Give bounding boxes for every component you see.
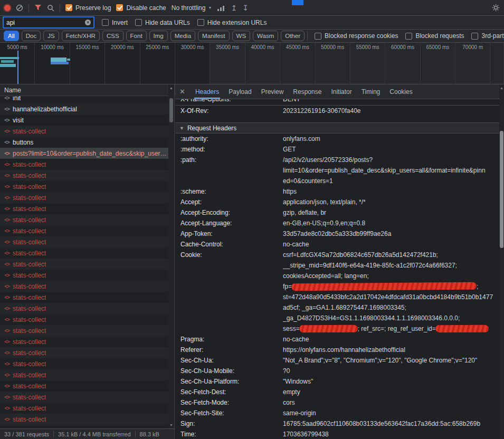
type-filter-other[interactable]: Other [281,31,305,41]
type-filter-ws[interactable]: WS [232,31,251,41]
name-column-header[interactable]: Name [0,84,175,96]
checkbox-blocked-response-cookies[interactable]: Blocked response cookies [315,32,398,40]
type-filter-img[interactable]: Img [149,31,168,41]
scrollbar-thumb[interactable] [500,131,503,248]
request-name: stats-collect [13,183,46,190]
checkbox-unchecked-icon [315,33,321,40]
request-headers-section-header[interactable]: ▼ Request Headers [175,122,499,133]
timeline-column[interactable]: 45000 ms [280,43,315,84]
type-filter-all[interactable]: All [4,31,19,41]
type-filter-media[interactable]: Media [170,31,195,41]
request-row[interactable]: <>stats-collect [0,325,168,336]
request-row[interactable]: <>stats-collect [0,358,168,369]
scroll-down-icon[interactable]: ▼ [168,423,174,427]
request-row[interactable]: <>stats-collect [0,259,168,270]
request-row[interactable]: <>stats-collect [0,214,168,225]
request-row[interactable]: <>stats-collect [0,203,168,214]
request-row[interactable]: <>stats-collect [0,414,168,425]
timeline-column[interactable]: 30000 ms [175,43,210,84]
scroll-up-icon[interactable]: ▲ [499,86,504,90]
script-file-icon: <> [4,328,9,333]
request-row[interactable]: <>stats-collect [0,126,168,137]
timeline-column[interactable]: 35000 ms [210,43,245,84]
tab-response[interactable]: Response [288,84,326,99]
tab-headers[interactable]: Headers [191,84,224,99]
request-row[interactable]: <>stats-collect [0,314,168,325]
request-row[interactable]: <>stats-collect [0,380,168,392]
checkbox-blocked-requests[interactable]: Blocked requests [405,32,464,40]
clear-filter-icon[interactable]: ✕ [85,20,91,25]
request-row[interactable]: <>buttons [0,137,168,148]
timeline-column[interactable]: 10000 ms [35,43,70,84]
tab-cookies[interactable]: Cookies [385,84,417,99]
request-row[interactable]: <>stats-collect [0,236,168,247]
tab-payload[interactable]: Payload [224,84,256,99]
scrollbar-thumb[interactable] [169,98,173,122]
disable-cache-checkbox[interactable]: Disable cache [116,4,166,12]
hide-extension-urls-checkbox[interactable]: Hide extension URLs [197,19,267,26]
timeline-tick-label: 25000 ms [140,44,175,50]
type-filter-fetch-xhr[interactable]: Fetch/XHR [62,31,100,41]
request-row[interactable]: <>stats-collect [0,336,168,347]
filter-icon[interactable] [34,4,42,11]
timeline-grid[interactable]: 5000 ms10000 ms15000 ms20000 ms25000 ms3… [0,43,504,84]
type-filter-font[interactable]: Font [126,31,147,41]
tab-timing[interactable]: Timing [357,84,385,99]
timeline-column[interactable]: 55000 ms [350,43,385,84]
scroll-up-icon[interactable]: ▲ [168,86,174,90]
request-row[interactable]: <>hannahelizabethofficial [0,103,168,114]
request-row[interactable]: <>init [0,96,168,103]
timeline-column[interactable]: 15000 ms [70,43,105,84]
request-row[interactable]: <>stats-collect [0,303,168,314]
tab-preview[interactable]: Preview [256,84,289,99]
invert-label: Invert [112,19,128,26]
request-row[interactable]: <>visit [0,114,168,126]
timeline-column[interactable] [490,43,504,84]
preserve-log-checkbox[interactable]: Preserve log [65,4,111,12]
type-filter-manifest[interactable]: Manifest [198,31,229,41]
timeline-column[interactable]: 50000 ms [316,43,350,84]
import-har-icon[interactable]: ↥ [231,4,237,12]
close-icon[interactable]: ✕ [179,88,185,96]
export-har-icon[interactable]: ↧ [242,4,249,12]
checkbox-3rd-party-requests[interactable]: 3rd-party requests [471,32,504,40]
record-icon[interactable] [4,5,11,11]
request-row[interactable]: <>stats-collect [0,369,168,380]
tab-initiator[interactable]: Initiator [326,84,356,99]
request-row[interactable]: <>stats-collect [0,170,168,181]
timeline-column[interactable]: 25000 ms [140,43,175,84]
request-list-scrollbar[interactable]: ▲ ▼ [168,84,175,428]
settings-gear-icon[interactable] [492,4,500,12]
search-icon[interactable] [47,4,54,12]
request-row[interactable]: <>stats-collect [0,159,168,170]
request-row[interactable]: <>stats-collect [0,225,168,236]
timeline-column[interactable]: 5000 ms [0,43,35,84]
clear-icon[interactable] [16,4,23,12]
timeline-column[interactable]: 40000 ms [245,43,280,84]
network-conditions-icon[interactable] [217,5,225,11]
request-row[interactable]: <>stats-collect [0,281,168,292]
divider [307,32,308,40]
throttling-dropdown[interactable]: No throttling ▼ [172,4,212,12]
timeline-column[interactable]: 20000 ms [105,43,140,84]
request-row[interactable]: <>stats-collect [0,270,168,281]
request-row[interactable]: <>stats-collect [0,192,168,203]
hide-data-urls-checkbox[interactable]: Hide data URLs [135,19,190,26]
type-filter-css[interactable]: CSS [102,31,123,41]
request-row[interactable]: <>stats-collect [0,403,168,414]
type-filter-wasm[interactable]: Wasm [253,31,278,41]
request-row[interactable]: <>stats-collect [0,347,168,358]
request-row[interactable]: <>stats-collect [0,292,168,303]
filter-input[interactable] [6,19,83,26]
type-filter-doc[interactable]: Doc [22,31,41,41]
request-row[interactable]: <>stats-collect [0,181,168,192]
timeline-column[interactable]: 70000 m [455,43,490,84]
request-row[interactable]: <>stats-collect [0,247,168,259]
type-filter-js[interactable]: JS [43,31,59,41]
request-row[interactable]: <>posts?limit=10&order=publish_date_desc… [0,148,168,159]
details-scrollbar[interactable]: ▲ [499,84,504,439]
invert-checkbox[interactable]: Invert [102,19,128,26]
request-row[interactable]: <>stats-collect [0,392,168,403]
timeline-column[interactable]: 60000 ms [385,43,420,84]
timeline-column[interactable]: 65000 ms [421,43,455,84]
